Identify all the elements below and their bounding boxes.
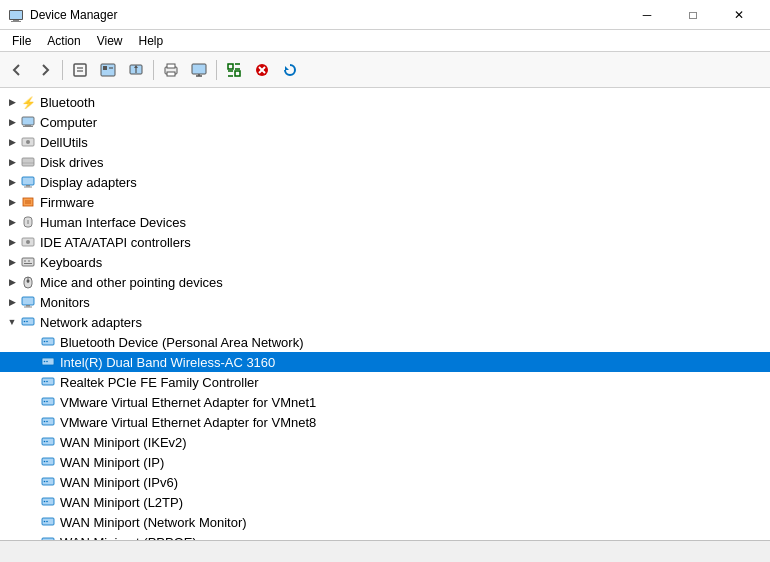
menu-bar: File Action View Help	[0, 30, 770, 52]
expand-btn-monitors[interactable]: ▶	[4, 294, 20, 310]
svg-point-77	[44, 441, 46, 443]
tree-item-wan-ip[interactable]: WAN Miniport (IP)	[0, 452, 770, 472]
label-wan-ip: WAN Miniport (IP)	[60, 455, 164, 470]
icon-dellutils	[20, 134, 36, 150]
tree-item-realtek-pcie[interactable]: Realtek PCIe FE Family Controller	[0, 372, 770, 392]
tree-item-wan-l2tp[interactable]: WAN Miniport (L2TP)	[0, 492, 770, 512]
icon-monitors	[20, 294, 36, 310]
svg-point-84	[46, 481, 48, 483]
menu-view[interactable]: View	[89, 32, 131, 50]
svg-rect-15	[167, 72, 175, 76]
tree-item-display-adapters[interactable]: ▶Display adapters	[0, 172, 770, 192]
tree-item-wan-netmon[interactable]: WAN Miniport (Network Monitor)	[0, 512, 770, 532]
toolbar-sep-3	[216, 60, 217, 80]
svg-point-83	[44, 481, 46, 483]
display-button[interactable]	[186, 57, 212, 83]
label-disk-drives: Disk drives	[40, 155, 104, 170]
svg-marker-28	[285, 66, 289, 70]
svg-rect-1	[10, 11, 22, 19]
icon-bt-pan	[40, 334, 56, 350]
tree-item-wan-ipv6[interactable]: WAN Miniport (IPv6)	[0, 472, 770, 492]
label-hid: Human Interface Devices	[40, 215, 186, 230]
print-button[interactable]	[158, 57, 184, 83]
toggle-button[interactable]	[95, 57, 121, 83]
update-driver-button[interactable]	[123, 57, 149, 83]
svg-point-71	[44, 401, 46, 403]
icon-wan-ipv6	[40, 474, 56, 490]
tree-item-bt-pan[interactable]: Bluetooth Device (Personal Area Network)	[0, 332, 770, 352]
close-button[interactable]: ✕	[716, 0, 762, 30]
scan-button[interactable]	[221, 57, 247, 83]
menu-file[interactable]: File	[4, 32, 39, 50]
tree-item-firmware[interactable]: ▶Firmware	[0, 192, 770, 212]
tree-item-vmware-vmnet1[interactable]: VMware Virtual Ethernet Adapter for VMne…	[0, 392, 770, 412]
label-vmware-vmnet8: VMware Virtual Ethernet Adapter for VMne…	[60, 415, 316, 430]
label-mice: Mice and other pointing devices	[40, 275, 223, 290]
tree-item-ide[interactable]: ▶IDE ATA/ATAPI controllers	[0, 232, 770, 252]
expand-btn-network-adapters[interactable]: ▼	[4, 314, 20, 330]
menu-action[interactable]: Action	[39, 32, 88, 50]
expand-btn-display-adapters[interactable]: ▶	[4, 174, 20, 190]
tree-item-vmware-vmnet8[interactable]: VMware Virtual Ethernet Adapter for VMne…	[0, 412, 770, 432]
toolbar-sep-1	[62, 60, 63, 80]
svg-rect-20	[235, 71, 240, 76]
icon-bluetooth: ⚡	[20, 94, 36, 110]
label-wan-ikev2: WAN Miniport (IKEv2)	[60, 435, 187, 450]
expand-btn-hid[interactable]: ▶	[4, 214, 20, 230]
tree-item-dellutils[interactable]: ▶DellUtils	[0, 132, 770, 152]
tree-item-wan-ikev2[interactable]: WAN Miniport (IKEv2)	[0, 432, 770, 452]
device-tree[interactable]: ▶⚡Bluetooth▶Computer▶DellUtils▶Disk driv…	[0, 88, 770, 540]
tree-item-disk-drives[interactable]: ▶Disk drives	[0, 152, 770, 172]
svg-point-75	[46, 421, 48, 423]
svg-point-46	[26, 240, 30, 244]
tree-item-network-adapters[interactable]: ▼Network adapters	[0, 312, 770, 332]
svg-rect-40	[23, 198, 33, 206]
label-wan-ipv6: WAN Miniport (IPv6)	[60, 475, 178, 490]
label-wan-netmon: WAN Miniport (Network Monitor)	[60, 515, 247, 530]
svg-point-65	[44, 361, 46, 363]
label-realtek-pcie: Realtek PCIe FE Family Controller	[60, 375, 259, 390]
back-button[interactable]	[4, 57, 30, 83]
svg-point-60	[26, 321, 28, 323]
label-wan-l2tp: WAN Miniport (L2TP)	[60, 495, 183, 510]
expand-btn-firmware[interactable]: ▶	[4, 194, 20, 210]
svg-point-54	[27, 280, 30, 283]
maximize-button[interactable]: □	[670, 0, 716, 30]
refresh-button[interactable]	[277, 57, 303, 83]
svg-rect-2	[13, 20, 19, 21]
expand-btn-computer[interactable]: ▶	[4, 114, 20, 130]
expand-btn-bluetooth[interactable]: ▶	[4, 94, 20, 110]
forward-button[interactable]	[32, 57, 58, 83]
tree-item-intel-wifi[interactable]: Intel(R) Dual Band Wireless-AC 3160	[0, 352, 770, 372]
expand-btn-ide[interactable]: ▶	[4, 234, 20, 250]
app-icon	[8, 7, 24, 23]
svg-rect-91	[42, 538, 54, 540]
tree-item-bluetooth[interactable]: ▶⚡Bluetooth	[0, 92, 770, 112]
icon-wan-l2tp	[40, 494, 56, 510]
tree-item-keyboards[interactable]: ▶Keyboards	[0, 252, 770, 272]
expand-btn-mice[interactable]: ▶	[4, 274, 20, 290]
tree-item-monitors[interactable]: ▶Monitors	[0, 292, 770, 312]
expand-btn-disk-drives[interactable]: ▶	[4, 154, 20, 170]
toolbar	[0, 52, 770, 88]
menu-help[interactable]: Help	[131, 32, 172, 50]
expand-btn-dellutils[interactable]: ▶	[4, 134, 20, 150]
tree-item-computer[interactable]: ▶Computer	[0, 112, 770, 132]
label-wan-pppoe: WAN Miniport (PPPOE)	[60, 535, 197, 541]
minimize-button[interactable]: ─	[624, 0, 670, 30]
svg-point-34	[26, 140, 30, 144]
tree-item-hid[interactable]: ▶Human Interface Devices	[0, 212, 770, 232]
icon-computer	[20, 114, 36, 130]
svg-point-72	[46, 401, 48, 403]
icon-disk-drives	[20, 154, 36, 170]
svg-point-59	[24, 321, 26, 323]
tree-item-wan-pppoe[interactable]: WAN Miniport (PPPOE)	[0, 532, 770, 540]
icon-ide	[20, 234, 36, 250]
expand-btn-keyboards[interactable]: ▶	[4, 254, 20, 270]
tree-item-mice[interactable]: ▶Mice and other pointing devices	[0, 272, 770, 292]
properties-button[interactable]	[67, 57, 93, 83]
svg-point-89	[44, 521, 46, 523]
svg-rect-19	[228, 64, 233, 69]
uninstall-button[interactable]	[249, 57, 275, 83]
svg-point-90	[46, 521, 48, 523]
